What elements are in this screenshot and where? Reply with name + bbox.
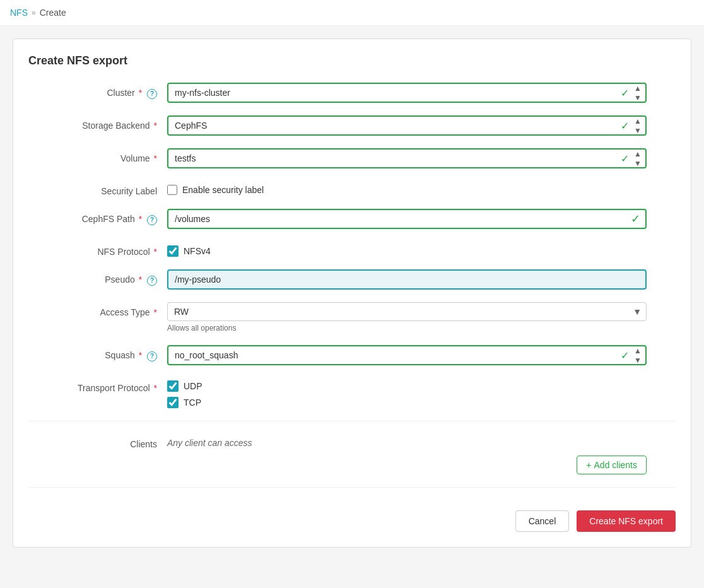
cephfs-path-check-icon: ✓ [631, 212, 640, 226]
access-type-field: Access Type * RW RO None ▼ Allows all op… [28, 302, 676, 332]
volume-field: Volume * testfs ✓ ▲▼ [28, 148, 676, 168]
transport-tcp-label: TCP [184, 397, 201, 408]
pseudo-field: Pseudo * ? [28, 269, 676, 290]
cephfs-path-help-icon[interactable]: ? [147, 215, 157, 225]
transport-udp-checkbox[interactable] [167, 380, 179, 392]
squash-label: Squash [105, 350, 134, 360]
actions-divider [28, 487, 676, 488]
squash-field: Squash * ? no_root_squash root_squash al… [28, 345, 676, 365]
nfs-protocol-label: NFS Protocol [97, 247, 150, 257]
cluster-select[interactable]: my-nfs-cluster [167, 83, 647, 103]
nfs-protocol-checkbox-label: NFSv4 [184, 246, 211, 256]
pseudo-help-icon[interactable]: ? [147, 276, 157, 286]
clients-placeholder-text: Any client can access [167, 434, 647, 448]
cluster-help-icon[interactable]: ? [147, 89, 157, 99]
nfs-protocol-field: NFS Protocol * NFSv4 [28, 242, 676, 257]
form-actions: Cancel Create NFS export [28, 500, 676, 532]
cephfs-path-field: CephFS Path * ? ✓ [28, 209, 676, 229]
add-clients-icon: + [586, 460, 591, 470]
breadcrumb-nfs-link[interactable]: NFS [10, 8, 28, 18]
breadcrumb-separator: » [32, 8, 36, 17]
cephfs-path-input[interactable] [167, 209, 647, 229]
add-clients-button[interactable]: + Add clients [577, 456, 647, 474]
security-label-checkbox-label: Enable security label [182, 185, 264, 195]
access-type-label: Access Type [100, 307, 150, 317]
pseudo-label: Pseudo [105, 274, 134, 285]
volume-select[interactable]: testfs [167, 148, 647, 168]
cephfs-path-label: CephFS Path [82, 214, 135, 224]
pseudo-input[interactable] [167, 269, 647, 290]
breadcrumb: NFS » Create [0, 0, 704, 26]
clients-divider [28, 421, 676, 421]
create-nfs-export-button[interactable]: Create NFS export [577, 510, 676, 532]
clients-label: Clients [130, 439, 157, 449]
volume-required: * [154, 153, 157, 163]
cluster-required: * [139, 88, 142, 98]
create-nfs-card: Create NFS export Cluster * ? my-nfs-clu… [13, 38, 691, 548]
transport-tcp-checkbox[interactable] [167, 397, 179, 408]
storage-backend-select[interactable]: CephFS [167, 115, 647, 136]
storage-backend-label: Storage Backend [82, 121, 150, 131]
squash-help-icon[interactable]: ? [147, 351, 157, 362]
transport-udp-label: UDP [184, 381, 202, 391]
breadcrumb-current: Create [40, 8, 66, 18]
transport-protocol-field: Transport Protocol * UDP TCP [28, 378, 676, 408]
pseudo-required: * [139, 274, 142, 285]
cluster-label: Cluster [107, 88, 134, 98]
squash-required: * [139, 350, 142, 360]
volume-label: Volume [120, 153, 150, 163]
nfs-protocol-required: * [154, 247, 157, 257]
cephfs-path-required: * [139, 214, 142, 224]
storage-backend-required: * [154, 121, 157, 131]
security-label-label: Security Label [101, 186, 157, 196]
add-clients-label: Add clients [594, 460, 637, 470]
clients-field: Clients Any client can access + Add clie… [28, 434, 676, 474]
access-type-required: * [154, 307, 157, 317]
storage-backend-field: Storage Backend * CephFS ✓ ▲▼ [28, 115, 676, 136]
transport-protocol-label: Transport Protocol [78, 383, 150, 393]
nfs-protocol-checkbox[interactable] [167, 245, 179, 257]
cluster-field: Cluster * ? my-nfs-cluster ✓ ▲▼ [28, 83, 676, 103]
security-label-checkbox[interactable] [167, 185, 177, 195]
card-title: Create NFS export [28, 54, 676, 68]
access-type-select[interactable]: RW RO None [167, 302, 647, 321]
access-type-help-text: Allows all operations [167, 324, 647, 332]
cancel-button[interactable]: Cancel [515, 510, 570, 532]
squash-select[interactable]: no_root_squash root_squash all_squash [167, 345, 647, 365]
security-label-field: Security Label Enable security label [28, 181, 676, 196]
transport-protocol-required: * [154, 383, 157, 393]
